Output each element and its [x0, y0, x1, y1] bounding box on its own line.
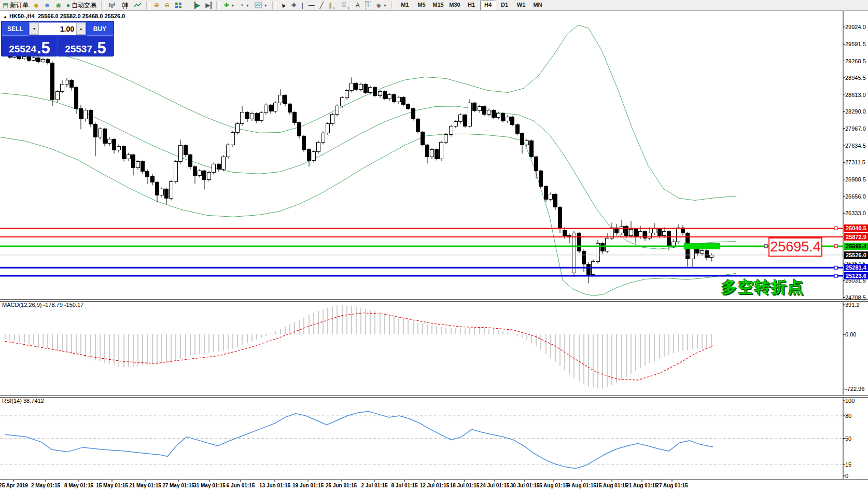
time-axis-label[interactable]: 27 May 01:15: [162, 483, 194, 488]
price-line-label[interactable]: 25123.6: [844, 272, 868, 279]
rsi-axis-label[interactable]: 100: [845, 398, 868, 404]
main-macd-separator[interactable]: [0, 299, 868, 302]
time-axis-label[interactable]: 21 Aug 01:15: [626, 483, 657, 488]
rsi-header: RSI(14) 38.7412: [2, 398, 44, 404]
line-handle[interactable]: [834, 274, 837, 277]
rsi-axis-label[interactable]: 50: [845, 435, 868, 442]
time-axis-label[interactable]: 8 May 01:15: [64, 483, 93, 488]
price-axis-label[interactable]: 29591.5: [845, 41, 868, 48]
price-axis-label[interactable]: 27311.5: [845, 159, 868, 166]
rsi-axis-label[interactable]: 0: [845, 473, 868, 480]
time-axis-label[interactable]: 31 May 01:15: [193, 483, 226, 488]
rsi-pane: [0, 411, 843, 468]
price-line-label[interactable]: 25526.0: [844, 251, 868, 259]
sell-price[interactable]: 25524.5: [2, 36, 57, 57]
symbol-period-label: HK50-,H4: [9, 13, 35, 19]
volume-decrease-button[interactable]: ▼: [30, 23, 39, 35]
time-axis-label[interactable]: 5 Aug 01:15: [539, 483, 568, 488]
highlight-rectangle[interactable]: [684, 243, 720, 249]
price-line-label[interactable]: 25695.4: [844, 243, 868, 250]
volume-increase-button[interactable]: ▲: [76, 23, 86, 35]
price-axis-label[interactable]: 27967.0: [845, 125, 868, 132]
time-axis-label[interactable]: 15 May 01:15: [96, 483, 128, 488]
price-axis-label[interactable]: 26333.0: [845, 210, 868, 217]
time-axis-label[interactable]: 15 Aug 01:15: [596, 483, 627, 488]
chart-title: ▲HK50-,H4 25566.0 25582.0 25468.0 25526.…: [3, 13, 125, 19]
buy-price[interactable]: 25537.5: [58, 36, 113, 57]
time-axis-label[interactable]: 21 May 01:15: [129, 483, 161, 488]
collapse-icon[interactable]: ▲: [3, 15, 7, 19]
time-axis-label[interactable]: 19 Jun 01:15: [292, 483, 324, 488]
macd-rsi-separator[interactable]: [0, 395, 868, 398]
line-handle[interactable]: [834, 266, 837, 269]
price-axis-label[interactable]: 24708.5: [845, 294, 868, 301]
ohlc-values: 25566.0 25582.0 25468.0 25526.0: [38, 13, 125, 19]
price-axis-label[interactable]: 27634.5: [845, 143, 868, 149]
price-axis-label[interactable]: 29268.5: [845, 58, 868, 65]
sell-price-frac: .5: [37, 41, 50, 55]
buy-price-main: 25537: [65, 44, 92, 55]
line-handle[interactable]: [834, 245, 837, 248]
time-axis-label[interactable]: 9 Aug 01:15: [567, 483, 596, 488]
bollinger-middle-band: [0, 93, 736, 249]
time-axis-label[interactable]: 24 Jul 01:15: [480, 483, 510, 488]
rsi-axis-label[interactable]: 15: [845, 461, 868, 468]
price-axis-label[interactable]: 28613.0: [845, 92, 868, 99]
macd-axis-label[interactable]: 0.00: [845, 331, 868, 338]
buy-price-frac: .5: [93, 41, 106, 55]
price-callout-label[interactable]: 25695.4: [768, 237, 822, 257]
sell-button[interactable]: SELL: [2, 22, 29, 36]
time-axis-label[interactable]: 27 Aug 01:15: [656, 483, 688, 488]
price-axis-label[interactable]: 26656.0: [845, 193, 868, 200]
line-handle[interactable]: [834, 227, 837, 230]
time-axis-label[interactable]: 30 Jul 01:15: [510, 483, 540, 488]
time-axis-label[interactable]: 8 Jul 01:15: [391, 483, 417, 488]
price-line-label[interactable]: 25872.9: [844, 233, 868, 241]
volume-input[interactable]: [39, 23, 76, 35]
mt4-window: ▤新订单◆☻◉●自动交易⊕⊖▶▶✚▼◔▼▼▲✚|—╱∥E☰FAT◈▼M1M5M1…: [0, 0, 868, 492]
time-axis-label[interactable]: 25 Apr 2019: [0, 483, 28, 488]
price-axis-label[interactable]: 28290.0: [845, 108, 868, 115]
time-axis-label[interactable]: 2 Jul 01:15: [361, 483, 387, 488]
macd-axis-label[interactable]: -722.96: [845, 386, 868, 392]
rsi-line: [5, 411, 713, 468]
price-axis-label[interactable]: 26988.5: [845, 176, 868, 183]
macd-axis-label[interactable]: 391.2: [845, 302, 868, 308]
price-axis-label[interactable]: 28945.5: [845, 75, 868, 81]
line-handle[interactable]: [764, 245, 767, 248]
time-axis-label[interactable]: 18 Jul 01:15: [450, 483, 480, 488]
one-click-trade-panel: SELL ▼ ▲ BUY 25524.5 25537.5: [2, 22, 114, 55]
rsi-timeaxis-separator: [0, 479, 868, 480]
price-axis-label[interactable]: 29924.0: [845, 24, 868, 31]
macd-header: MACD(12,26,9) -178.79 -150.17: [2, 302, 83, 308]
macd-pane: [5, 305, 713, 389]
time-axis-label[interactable]: 12 Jul 01:15: [420, 483, 450, 488]
sell-price-main: 25524: [9, 44, 36, 55]
price-line-label[interactable]: 25281.4: [844, 264, 868, 271]
turning-point-note[interactable]: 多空转折点: [721, 277, 804, 298]
time-axis-label[interactable]: 6 Jun 01:15: [227, 483, 255, 488]
chart-canvas: [0, 0, 868, 492]
time-axis-label[interactable]: 2 May 01:15: [31, 483, 60, 488]
buy-button[interactable]: BUY: [87, 22, 113, 36]
main-chart-pane: [0, 25, 843, 296]
candles-series: [4, 52, 713, 283]
bollinger-lower-band: [0, 134, 736, 296]
time-axis-label[interactable]: 13 Jun 01:15: [259, 483, 290, 488]
rsi-axis-label[interactable]: 80: [845, 413, 868, 419]
price-line-label[interactable]: 26040.5: [844, 224, 868, 232]
time-axis-label[interactable]: 25 Jun 01:15: [326, 483, 357, 488]
macd-signal-line: [5, 313, 713, 381]
